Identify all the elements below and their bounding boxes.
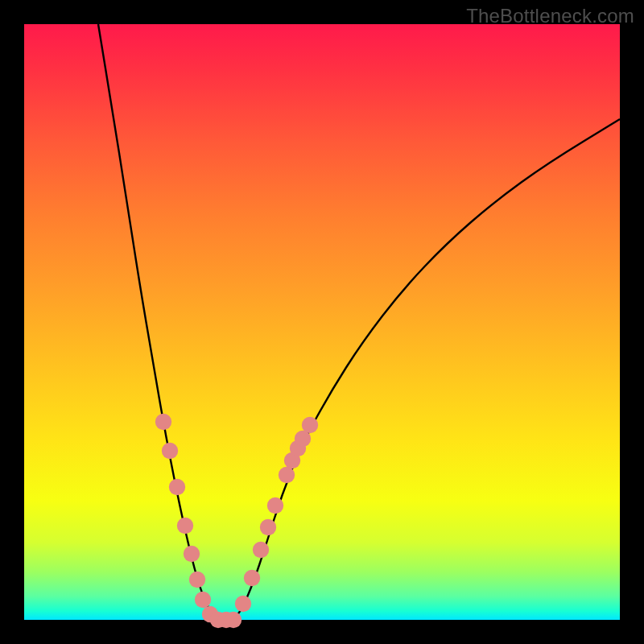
data-marker — [244, 570, 260, 586]
data-marker — [195, 592, 211, 608]
data-marker — [155, 414, 171, 430]
data-marker — [189, 572, 205, 588]
data-marker — [279, 467, 295, 483]
data-marker — [253, 542, 269, 558]
chart-frame: TheBottleneck.com — [0, 0, 644, 644]
data-marker — [302, 417, 318, 433]
data-marker — [162, 443, 178, 459]
data-marker — [184, 546, 200, 562]
watermark-text: TheBottleneck.com — [466, 5, 634, 27]
curve-layer — [24, 24, 620, 620]
data-marker — [235, 596, 251, 612]
data-marker — [177, 518, 193, 534]
plot-area — [24, 24, 620, 620]
data-marker — [260, 519, 276, 535]
data-marker — [267, 497, 283, 514]
curve-left — [98, 24, 217, 619]
data-marker — [225, 612, 242, 628]
curve-right — [233, 119, 620, 619]
data-marker — [169, 479, 185, 495]
marker-group — [155, 414, 318, 628]
